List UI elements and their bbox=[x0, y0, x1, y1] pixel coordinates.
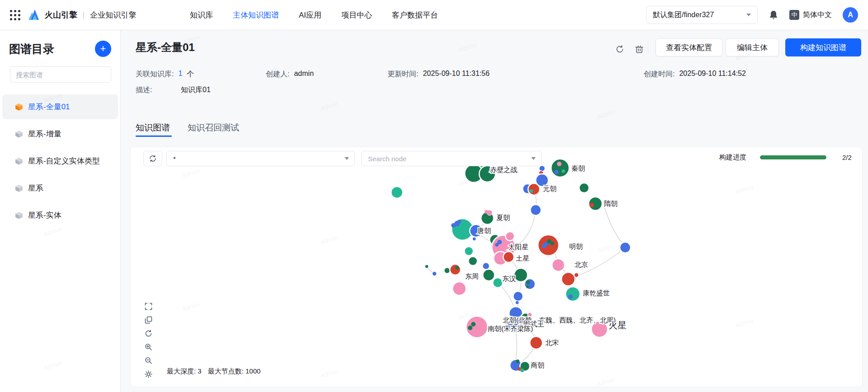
graph-node[interactable] bbox=[568, 294, 573, 299]
graph-node-label: 火星 bbox=[609, 320, 627, 330]
graph-node[interactable] bbox=[455, 266, 459, 270]
reset-view-button[interactable] bbox=[144, 329, 152, 337]
graph-node[interactable] bbox=[526, 285, 529, 288]
graph-catalog-sidebar: 图谱目录 + 星系-全量01 星系-增量 星系-自定义实体类型 bbox=[0, 30, 121, 392]
avatar[interactable]: A bbox=[843, 7, 858, 23]
graph-node-label: 元朝 bbox=[543, 185, 557, 192]
graph-node[interactable] bbox=[529, 189, 533, 193]
graph-node[interactable] bbox=[505, 232, 514, 241]
sidebar-item-galaxy-custom-entity-type[interactable]: 星系-自定义实体类型 bbox=[2, 149, 118, 173]
gear-icon bbox=[145, 370, 152, 378]
graph-list: 星系-全量01 星系-增量 星系-自定义实体类型 星系 星系-实体 bbox=[0, 94, 120, 228]
graph-node[interactable] bbox=[557, 162, 561, 166]
main-menu: 知识库 主体知识图谱 AI应用 项目中心 客户数据平台 bbox=[190, 10, 438, 20]
entity-type-select[interactable]: * bbox=[166, 151, 355, 166]
sidebar-item-galaxy-entity[interactable]: 星系-实体 bbox=[2, 203, 118, 228]
graph-node[interactable] bbox=[524, 279, 535, 289]
graph-node[interactable] bbox=[552, 259, 565, 271]
graph-node[interactable] bbox=[530, 336, 542, 349]
zoom-in-button[interactable] bbox=[144, 343, 152, 351]
sidebar-item-label: 星系-自定义实体类型 bbox=[28, 156, 100, 166]
graph-node[interactable] bbox=[554, 170, 559, 174]
graph-node[interactable] bbox=[482, 262, 490, 270]
graph-refresh-button[interactable] bbox=[143, 151, 162, 166]
graph-node[interactable] bbox=[516, 359, 519, 363]
knowledge-graph-svg[interactable]: 赤壁之战秦朝元朝隋朝夏朝唐朝太阳星明朝土星北京东周东汉康乾盛世北朝(北魏、东魏、… bbox=[131, 147, 863, 387]
graph-node[interactable] bbox=[515, 301, 519, 304]
add-graph-button[interactable]: + bbox=[95, 41, 111, 57]
tab-knowledge-recall-test[interactable]: 知识召回测试 bbox=[188, 122, 239, 134]
sidebar-item-label: 星系-全量01 bbox=[28, 102, 70, 112]
tab-knowledge-graph[interactable]: 知识图谱 bbox=[136, 122, 170, 134]
graph-node[interactable] bbox=[468, 326, 472, 330]
graph-node[interactable] bbox=[444, 267, 450, 274]
sidebar-item-galaxy-full01[interactable]: 星系-全量01 bbox=[2, 94, 118, 119]
graph-node[interactable] bbox=[464, 247, 473, 256]
zoom-out-button[interactable] bbox=[144, 356, 152, 364]
graph-node[interactable] bbox=[432, 271, 437, 276]
linked-kb-count[interactable]: 1 bbox=[178, 70, 182, 79]
graph-node[interactable] bbox=[551, 159, 569, 177]
graph-node[interactable] bbox=[561, 272, 575, 286]
graph-node[interactable] bbox=[485, 210, 488, 214]
node-search-input[interactable] bbox=[368, 155, 531, 163]
build-knowledge-graph-button[interactable]: 构建知识图谱 bbox=[785, 38, 861, 56]
graph-node[interactable] bbox=[530, 205, 541, 215]
graph-settings-button[interactable] bbox=[144, 370, 152, 378]
menu-item-customer-data-platform[interactable]: 客户数据平台 bbox=[392, 10, 438, 20]
graph-node[interactable] bbox=[590, 203, 594, 207]
graph-node[interactable] bbox=[620, 242, 631, 253]
graph-node-label: 南朝(宋齐梁陈) bbox=[488, 325, 533, 332]
fullscreen-button[interactable] bbox=[144, 302, 152, 310]
graph-node[interactable] bbox=[468, 257, 477, 266]
menu-item-knowledge-base[interactable]: 知识库 bbox=[190, 10, 213, 20]
refresh-graph-button[interactable] bbox=[613, 42, 627, 56]
graph-node[interactable] bbox=[514, 268, 528, 282]
delete-graph-button[interactable] bbox=[632, 42, 646, 56]
menu-item-subject-knowledge-graph[interactable]: 主体知识图谱 bbox=[233, 10, 279, 20]
graph-node[interactable] bbox=[579, 183, 589, 193]
graph-node[interactable] bbox=[520, 369, 524, 372]
graph-node[interactable] bbox=[566, 287, 580, 301]
bell-icon[interactable] bbox=[769, 10, 778, 20]
graph-node[interactable] bbox=[528, 183, 540, 195]
sidebar-item-label: 星系 bbox=[28, 183, 43, 193]
graph-search-box bbox=[10, 66, 111, 83]
fit-view-button[interactable] bbox=[144, 316, 152, 324]
graph-node[interactable] bbox=[561, 169, 565, 173]
menu-item-project-center[interactable]: 项目中心 bbox=[341, 10, 372, 20]
graph-node[interactable] bbox=[483, 269, 495, 281]
graph-node[interactable] bbox=[453, 282, 466, 295]
sidebar-item-galaxy[interactable]: 星系 bbox=[2, 176, 118, 201]
graph-node[interactable] bbox=[503, 252, 514, 262]
graph-node[interactable] bbox=[458, 220, 461, 224]
zoom-out-icon bbox=[145, 357, 152, 364]
workspace-select[interactable]: 默认集团/finder327 bbox=[646, 6, 758, 24]
graph-node[interactable] bbox=[551, 242, 554, 245]
apps-grid-icon[interactable] bbox=[10, 10, 20, 20]
build-progress: 构建进度 2/2 bbox=[719, 153, 852, 162]
copy-icon bbox=[145, 316, 152, 324]
graph-node[interactable] bbox=[574, 273, 579, 277]
language-switcher[interactable]: 中 简体中文 bbox=[789, 10, 832, 20]
graph-node-label: 土星 bbox=[516, 254, 529, 262]
graph-node[interactable] bbox=[495, 243, 499, 247]
graph-node[interactable] bbox=[513, 291, 523, 301]
graph-node[interactable] bbox=[451, 223, 456, 228]
cube-icon bbox=[15, 157, 23, 165]
graph-node[interactable] bbox=[471, 322, 476, 327]
graph-node[interactable] bbox=[526, 280, 530, 284]
knowledge-graph-card: 赤壁之战秦朝元朝隋朝夏朝唐朝太阳星明朝土星北京东周东汉康乾盛世北朝(北魏、东魏、… bbox=[130, 147, 863, 387]
sidebar-item-galaxy-incremental[interactable]: 星系-增量 bbox=[2, 121, 118, 146]
graph-node[interactable] bbox=[425, 265, 429, 268]
graph-node[interactable] bbox=[391, 187, 403, 198]
graph-node[interactable] bbox=[450, 264, 461, 275]
menu-item-ai-apps[interactable]: AI应用 bbox=[299, 10, 321, 20]
brand-divider: | bbox=[83, 11, 85, 19]
meta-creator: 创建人: admin bbox=[266, 70, 314, 79]
view-entity-config-button[interactable]: 查看实体配置 bbox=[656, 38, 722, 56]
graph-node[interactable] bbox=[493, 278, 503, 288]
edit-subject-button[interactable]: 编辑主体 bbox=[726, 38, 779, 56]
graph-search-input[interactable] bbox=[16, 71, 106, 79]
graph-node[interactable] bbox=[472, 237, 476, 241]
